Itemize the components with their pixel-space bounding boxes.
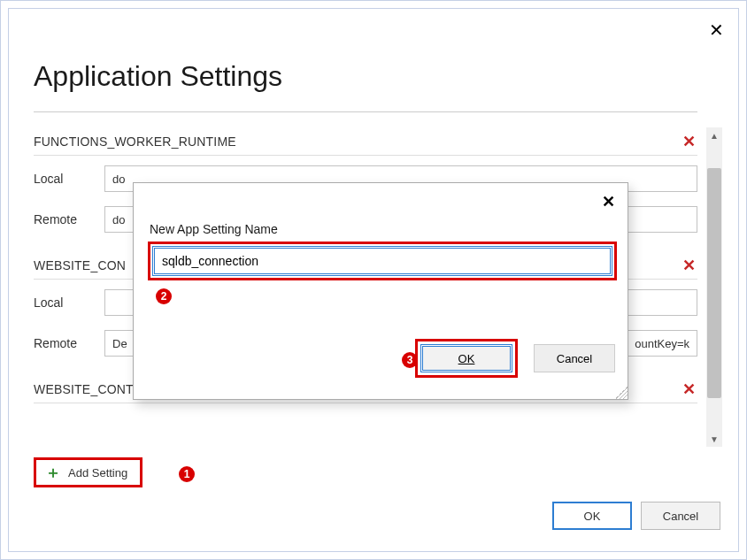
setting-name: WEBSITE_CON [34,258,126,272]
remote-label: Remote [34,212,104,226]
dialog-cancel-button[interactable]: Cancel [534,344,615,372]
remote-label: Remote [34,336,104,350]
callout-2: 2 [156,288,172,304]
scroll-down-icon[interactable]: ▼ [706,431,722,447]
dialog-ok-focus: OK [420,344,512,372]
plus-icon: ＋ [45,462,61,483]
delete-icon[interactable]: ✕ [682,132,697,151]
remote-value-right: ountKey=k [635,337,689,350]
setting-name: FUNCTIONS_WORKER_RUNTIME [34,134,236,149]
setting-name-input[interactable] [154,248,611,274]
close-icon[interactable]: ✕ [602,192,615,211]
dialog-label: New App Setting Name [150,222,278,236]
new-app-setting-dialog: ✕ New App Setting Name OK Cancel [133,182,628,400]
cancel-button[interactable]: Cancel [641,502,720,530]
scroll-up-icon[interactable]: ▲ [706,127,722,143]
setting-header-functions-worker-runtime: FUNCTIONS_WORKER_RUNTIME ✕ [34,127,697,156]
divider [34,111,697,112]
local-label: Local [34,295,104,310]
footer-buttons: OK Cancel [552,502,720,530]
close-icon[interactable]: ✕ [709,19,724,41]
local-label: Local [34,172,104,186]
dialog-ok-highlight: OK [415,339,518,378]
ok-button[interactable]: OK [552,502,632,530]
callout-3: 3 [402,352,418,368]
callout-1: 1 [179,466,195,482]
add-setting-button[interactable]: ＋ Add Setting [34,457,142,487]
dialog-buttons: OK Cancel [415,339,615,378]
remote-value-left: De [112,337,127,350]
scroll-thumb[interactable] [707,168,721,398]
delete-icon[interactable]: ✕ [682,380,697,399]
settings-window: ✕ Application Settings FUNCTIONS_WORKER_… [8,8,739,552]
delete-icon[interactable]: ✕ [682,256,697,275]
page-title: Application Settings [34,60,282,93]
dialog-input-focus [152,246,612,276]
add-setting-label: Add Setting [68,466,127,479]
dialog-ok-button[interactable]: OK [422,346,511,371]
resize-grip-icon[interactable] [615,387,628,399]
dialog-input-highlight [148,242,617,280]
scrollbar[interactable]: ▲ ▼ [706,127,722,447]
